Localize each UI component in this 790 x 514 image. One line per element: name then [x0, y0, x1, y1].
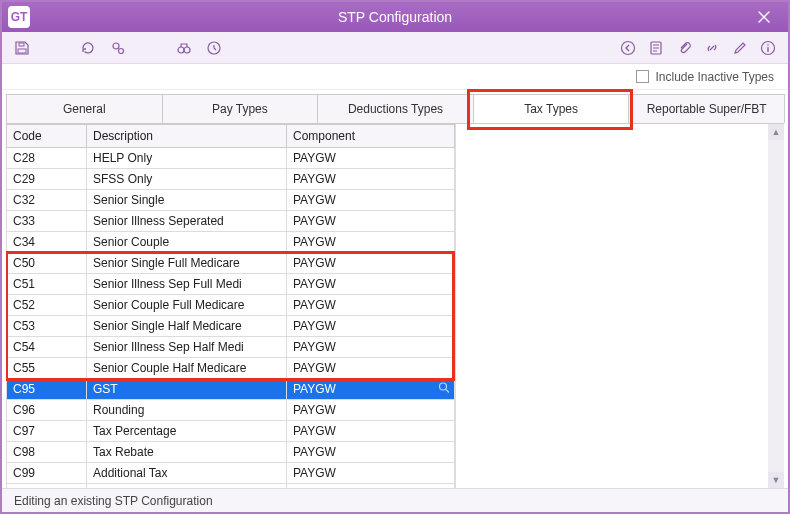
svg-point-2	[113, 43, 119, 49]
svg-rect-0	[18, 49, 26, 53]
binoculars-icon	[176, 40, 192, 56]
refresh-icon	[80, 40, 96, 56]
include-inactive-checkbox[interactable]	[636, 70, 649, 83]
cell-component: PAYGW	[287, 400, 455, 421]
table-row[interactable]: C95GSTPAYGW	[7, 379, 455, 400]
cell-description: Rounding	[87, 400, 287, 421]
svg-point-3	[119, 48, 124, 53]
cell-code: C54	[7, 337, 87, 358]
tab-general[interactable]: General	[6, 94, 163, 123]
close-icon	[757, 10, 771, 24]
app-badge: GT	[8, 6, 30, 28]
table-row[interactable]: C52Senior Couple Full MedicarePAYGW	[7, 295, 455, 316]
gears-icon	[110, 40, 126, 56]
cell-component: PAYGW	[287, 169, 455, 190]
table-row[interactable]: C51Senior Illness Sep Full MediPAYGW	[7, 274, 455, 295]
cell-description: Senior Illness Sep Full Medi	[87, 274, 287, 295]
cell-component: PAYGW	[287, 358, 455, 379]
tab-reportable-super-fbt[interactable]: Reportable Super/FBT	[628, 94, 785, 123]
tab-tax-types[interactable]: Tax Types	[473, 94, 630, 123]
scroll-up-button[interactable]: ▲	[768, 124, 784, 140]
search-icon[interactable]	[438, 382, 450, 397]
table-row[interactable]: C96RoundingPAYGW	[7, 400, 455, 421]
cell-description: Senior Illness Sep Half Medi	[87, 337, 287, 358]
svg-point-7	[622, 41, 635, 54]
cell-component: PAYGW	[287, 253, 455, 274]
svg-point-10	[767, 44, 769, 46]
document-icon	[648, 40, 664, 56]
col-header-code[interactable]: Code	[7, 125, 87, 148]
table-row[interactable]: C29SFSS OnlyPAYGW	[7, 169, 455, 190]
table-row[interactable]: C98Tax RebatePAYGW	[7, 442, 455, 463]
cell-component: PAYGW	[287, 421, 455, 442]
table-row[interactable]: C50Senior Single Full MedicarePAYGW	[7, 253, 455, 274]
back-icon	[620, 40, 636, 56]
table-row[interactable]: C34Senior CouplePAYGW	[7, 232, 455, 253]
cell-code: C52	[7, 295, 87, 316]
link-icon	[704, 40, 720, 56]
table-row[interactable]: C99Additional TaxPAYGW	[7, 463, 455, 484]
right-pane	[456, 124, 784, 488]
find-button[interactable]	[174, 38, 194, 58]
history-button[interactable]	[204, 38, 224, 58]
table-row[interactable]: C54Senior Illness Sep Half MediPAYGW	[7, 337, 455, 358]
window-title: STP Configuration	[2, 9, 788, 25]
table-row[interactable]: C97Tax PercentagePAYGW	[7, 421, 455, 442]
options-row: Include Inactive Types	[2, 64, 788, 90]
vertical-scrollbar[interactable]: ▲ ▼	[768, 124, 784, 488]
cell-code: C33	[7, 211, 87, 232]
link-button[interactable]	[702, 38, 722, 58]
cell-code: C28	[7, 148, 87, 169]
cell-code: C29	[7, 169, 87, 190]
col-header-component[interactable]: Component	[287, 125, 455, 148]
cell-description: Senior Single Full Medicare	[87, 253, 287, 274]
cell-code: C96	[7, 400, 87, 421]
cell-description: Senior Couple	[87, 232, 287, 253]
cell-description: HELP Only	[87, 148, 287, 169]
table-row[interactable]: C32Senior SinglePAYGW	[7, 190, 455, 211]
col-header-description[interactable]: Description	[87, 125, 287, 148]
cell-description: Senior Single Half Medicare	[87, 316, 287, 337]
edit-button[interactable]	[730, 38, 750, 58]
table-row[interactable]: C55Senior Couple Half MedicarePAYGW	[7, 358, 455, 379]
save-icon	[14, 40, 30, 56]
svg-rect-1	[19, 43, 24, 46]
tax-types-table: Code Description Component C28HELP OnlyP…	[6, 124, 455, 488]
refresh-button[interactable]	[78, 38, 98, 58]
table-row[interactable]: C28HELP OnlyPAYGW	[7, 148, 455, 169]
scroll-down-button[interactable]: ▼	[768, 472, 784, 488]
svg-point-11	[440, 383, 447, 390]
cell-component: PAYGW	[287, 190, 455, 211]
status-bar: Editing an existing STP Configuration	[2, 488, 788, 512]
cell-component: PAYGW	[287, 211, 455, 232]
tab-deductions-types[interactable]: Deductions Types	[317, 94, 474, 123]
pencil-icon	[732, 40, 748, 56]
save-button[interactable]	[12, 38, 32, 58]
info-button[interactable]	[758, 38, 778, 58]
info-icon	[760, 40, 776, 56]
cell-code: FFAT	[7, 484, 87, 489]
table-wrap: Code Description Component C28HELP OnlyP…	[6, 124, 456, 488]
cell-component: PAYGW	[287, 463, 455, 484]
tab-pay-types[interactable]: Pay Types	[162, 94, 319, 123]
cell-component: PAYGW	[287, 337, 455, 358]
table-row[interactable]: C53Senior Single Half MedicarePAYGW	[7, 316, 455, 337]
back-button[interactable]	[618, 38, 638, 58]
cell-description: Senior Single	[87, 190, 287, 211]
window: GT STP Configuration Include Inactive T	[0, 0, 790, 514]
cell-component: PAYGW	[287, 148, 455, 169]
cell-description: Additional Tax	[87, 463, 287, 484]
svg-point-5	[184, 47, 190, 53]
doc-button[interactable]	[646, 38, 666, 58]
cell-code: C95	[7, 379, 87, 400]
process-button[interactable]	[108, 38, 128, 58]
cell-code: C97	[7, 421, 87, 442]
close-button[interactable]	[746, 2, 782, 32]
attach-button[interactable]	[674, 38, 694, 58]
status-text: Editing an existing STP Configuration	[14, 494, 213, 508]
table-row[interactable]: C33Senior Illness SeperatedPAYGW	[7, 211, 455, 232]
cell-description: FF Australian Tax	[87, 484, 287, 489]
table-row[interactable]: FFATFF Australian TaxForeign Tax Paid	[7, 484, 455, 489]
cell-component: Foreign Tax Paid	[287, 484, 455, 489]
svg-point-4	[178, 47, 184, 53]
